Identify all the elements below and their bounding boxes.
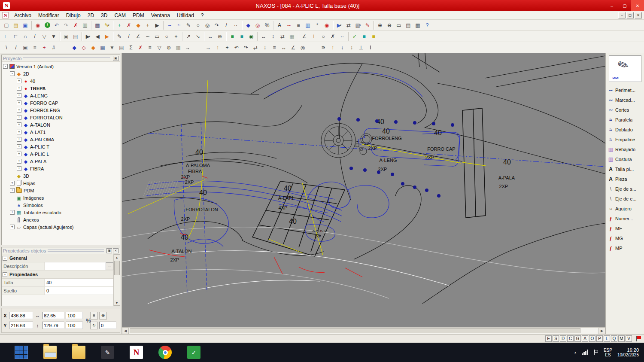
tree-item-a-pala[interactable]: +◆A-PALA	[3, 158, 120, 165]
minimize-button[interactable]: –	[605, 0, 618, 11]
rotate-right-icon[interactable]: ↷	[241, 43, 251, 52]
mdi-close-button[interactable]: ✕	[635, 12, 642, 18]
tree-item-3d[interactable]: ◆3D	[3, 172, 120, 179]
arc-tool-icon[interactable]: ↷	[212, 21, 222, 30]
collapse-toggle[interactable]: -	[3, 256, 7, 261]
help-icon[interactable]: ?	[422, 21, 432, 30]
tool-cortes[interactable]: ∼Cortes	[606, 105, 644, 115]
rotate-icon[interactable]: ↻	[90, 322, 98, 329]
panel-dock-button[interactable]: ▣	[113, 56, 118, 61]
line-spacing-icon[interactable]: ≡▾	[319, 43, 328, 52]
cross-point-icon[interactable]: +	[171, 32, 181, 41]
taskbar-folder-icon[interactable]	[72, 346, 85, 359]
expand-toggle[interactable]: +	[17, 86, 21, 91]
tree-item-2d[interactable]: -◆2D	[3, 70, 120, 77]
layer-letter-o[interactable]: O	[589, 335, 595, 342]
line-tool-icon[interactable]: /	[222, 21, 231, 30]
tree-item-a-talon[interactable]: +◆A-TALON	[3, 121, 120, 128]
notch-filled-icon[interactable]: ▼	[49, 32, 58, 41]
tool-empalme[interactable]: ≈Empalme	[606, 134, 644, 144]
expand-toggle[interactable]: +	[17, 166, 21, 171]
tool-pieza[interactable]: APieza	[606, 174, 644, 184]
corner-square-2-icon[interactable]: ∟	[11, 32, 21, 41]
rotate-left-icon[interactable]: ↶	[232, 43, 241, 52]
naxos-menu-icon[interactable]: N	[2, 12, 9, 18]
numeric-input-icon[interactable]: ▤	[404, 21, 413, 30]
taskbar-green-app-icon[interactable]: ✓	[187, 346, 200, 359]
align-horizontal-icon[interactable]: ↔	[259, 32, 268, 41]
layer-letter-e[interactable]: E	[545, 335, 552, 342]
swap-pieces-icon[interactable]: ⇄	[344, 21, 353, 30]
copy-piece-icon[interactable]: ▣	[61, 32, 71, 41]
tree-item-tabla-de-escalado[interactable]: +▦Tabla de escalado	[3, 209, 120, 216]
zoom-dynamic-icon[interactable]: ⊕	[215, 32, 225, 41]
y-coordinate-input[interactable]	[9, 322, 33, 329]
raise-line-icon[interactable]: ↑	[328, 43, 337, 52]
tool-costura[interactable]: ▥Costura	[606, 154, 644, 164]
expand-toggle[interactable]: +	[10, 225, 15, 229]
snap-diamond-icon[interactable]: ◆	[134, 21, 143, 30]
axes-cross-icon[interactable]: +	[222, 43, 232, 52]
corner-square-icon[interactable]: ∟	[2, 32, 11, 41]
tool-perimet[interactable]: ∼Perimet...	[606, 85, 644, 95]
grid-toggle-icon[interactable]: ▦	[287, 32, 297, 41]
layer-letter-m[interactable]: M	[618, 335, 625, 342]
reference-point-icon[interactable]: ◉	[322, 21, 331, 30]
measure-angle-icon[interactable]: ∠	[289, 43, 298, 52]
expand-toggle[interactable]: +	[10, 188, 15, 193]
tree-item-hojas[interactable]: +Hojas	[3, 179, 120, 187]
save-file-icon[interactable]: ▣	[21, 21, 30, 30]
tool-numer[interactable]: ƒNumer...	[606, 213, 644, 223]
flip-vertical-icon[interactable]: ↕	[260, 43, 270, 52]
tangent-tool-icon[interactable]: ○	[319, 32, 328, 41]
tray-chevron-icon[interactable]: ▲	[574, 351, 577, 354]
mdi-minimize-button[interactable]: –	[618, 12, 626, 18]
filter-funnel-icon[interactable]: ▼	[107, 43, 117, 52]
corner-round-icon[interactable]: ∩	[21, 32, 30, 41]
snap-grid-icon[interactable]: ▣	[21, 43, 30, 52]
layer-letter-s[interactable]: S	[553, 335, 559, 342]
layer-letter-v[interactable]: V	[626, 335, 632, 342]
menu-3d[interactable]: 3D	[97, 12, 111, 19]
undo-icon[interactable]: ↶	[52, 21, 61, 30]
regenerate-button[interactable]: ⊕	[99, 312, 107, 319]
tree-item-trepa[interactable]: +●TREPA	[3, 85, 120, 92]
data-table-icon[interactable]: ▤	[117, 43, 126, 52]
network-icon[interactable]	[582, 350, 588, 355]
expand-toggle[interactable]: +	[17, 159, 21, 164]
tree-item-capas-actual-agujeros[interactable]: +▱Capas (actual Agujeros)	[3, 223, 120, 231]
flip-horizontal-icon[interactable]: ⇄	[251, 43, 260, 52]
notch-open-icon[interactable]: ▽	[39, 32, 49, 41]
layer-letter-l[interactable]: L	[604, 335, 610, 342]
paste-piece-icon[interactable]: ▤	[71, 32, 80, 41]
tool-mp[interactable]: ƒMP	[606, 243, 644, 253]
redo-icon[interactable]: ↷	[61, 21, 71, 30]
link-tool-icon[interactable]: ⊕	[164, 43, 173, 52]
collapse-toggle[interactable]: -	[3, 272, 7, 277]
language-indicator[interactable]: ESP ES	[604, 348, 612, 357]
mdi-restore-button[interactable]: ▢	[626, 12, 634, 18]
properties-close-button[interactable]: ✕	[113, 248, 118, 253]
line-height-icon[interactable]: ↕	[347, 43, 356, 52]
tree-item-anexos[interactable]: Anexos	[3, 216, 120, 223]
tree-item-a-leng[interactable]: +◆A-LENG	[3, 92, 120, 99]
tool-me[interactable]: ƒME	[606, 223, 644, 233]
tool-paralela[interactable]: ≈Paralela	[606, 115, 644, 125]
piece-blue-icon[interactable]: ◆	[70, 43, 79, 52]
copy-icon[interactable]: ▥	[80, 21, 90, 30]
width-input[interactable]	[42, 312, 64, 319]
scroll-left-icon[interactable]: ◀	[122, 328, 129, 334]
expand-toggle[interactable]: +	[17, 130, 21, 134]
start-button[interactable]	[15, 346, 28, 359]
layer-letter-a[interactable]: A	[582, 335, 588, 342]
hscrollbar-thumb[interactable]	[130, 328, 580, 333]
intersect-tool-icon[interactable]: ✗	[328, 32, 337, 41]
layer-letter-g[interactable]: G	[574, 335, 581, 342]
drawing-canvas[interactable]: 404040404040404040FORROLENG2XPFORRO CAP2…	[122, 53, 605, 327]
height-input[interactable]	[42, 322, 64, 329]
tool-marcad[interactable]: ∼Marcad...	[606, 95, 644, 105]
arrow-se-icon[interactable]: ↘	[193, 32, 203, 41]
hscrollbar-track[interactable]	[129, 328, 598, 334]
menu-help[interactable]: ?	[197, 12, 207, 19]
prop-value-descripcion[interactable]	[45, 262, 106, 270]
